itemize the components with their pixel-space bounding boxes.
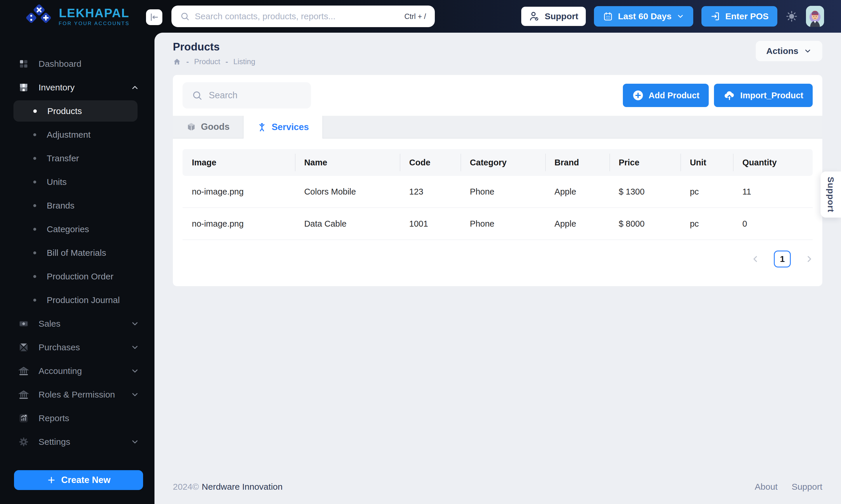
sidebar-subitem-label: Bill of Materials	[47, 248, 106, 258]
breadcrumb-item-product[interactable]: Product	[194, 57, 221, 66]
sidebar-subitem-bill-of-materials[interactable]: Bill of Materials	[0, 241, 154, 265]
brand-logo: LEKHAPAL FOR YOUR ACCOUNTS	[0, 4, 154, 29]
search-shortcut-hint: Ctrl + /	[405, 12, 426, 21]
create-new-button[interactable]: Create New	[14, 470, 143, 490]
date-range-label: Last 60 Days	[618, 11, 671, 21]
product-type-tabs: Goods Services	[173, 116, 822, 139]
sidebar-subitem-production-order[interactable]: Production Order	[0, 265, 154, 288]
date-range-button[interactable]: Last 60 Days	[594, 6, 693, 26]
sidebar-item-label: Sales	[38, 319, 61, 329]
avatar-illustration	[806, 6, 824, 27]
support-button[interactable]: Support	[521, 7, 586, 26]
column-header-quantity: Quantity	[733, 149, 813, 176]
add-product-button[interactable]: Add Product	[623, 84, 709, 107]
sidebar-subitem-units[interactable]: Units	[0, 170, 154, 194]
brand-name: LEKHAPAL	[59, 6, 130, 20]
sidebar-subitem-brands[interactable]: Brands	[0, 194, 154, 217]
sidebar-item-dashboard[interactable]: Dashboard	[0, 52, 154, 75]
sidebar-subitem-label: Brands	[47, 201, 74, 211]
calendar-icon	[603, 11, 613, 22]
table-header-row: Image Name Code Category Brand Price Uni…	[183, 149, 813, 176]
product-search-input[interactable]	[209, 90, 325, 101]
arrow-bar-left-icon	[149, 12, 159, 22]
footer-link-about[interactable]: About	[755, 482, 778, 492]
cell-price: $ 1300	[610, 176, 681, 208]
sidebar-subitem-transfer[interactable]: Transfer	[0, 146, 154, 170]
user-check-icon	[529, 11, 540, 22]
chevron-down-icon	[131, 367, 139, 375]
chart-report-icon	[18, 413, 29, 424]
logo-diamonds-icon	[25, 4, 53, 29]
cell-name: Data Cable	[295, 208, 400, 239]
bullet-icon	[33, 133, 36, 136]
chevron-left-icon	[751, 254, 760, 264]
footer-company: Nerdware Innovation	[202, 482, 283, 492]
sidebar-item-settings[interactable]: Settings	[0, 430, 154, 453]
search-icon	[180, 12, 190, 21]
page-footer: 2024© Nerdware Innovation About Support	[154, 482, 841, 504]
sidebar-item-inventory[interactable]: Inventory	[0, 75, 154, 99]
top-bar: LEKHAPAL FOR YOUR ACCOUNTS Ctrl + / Supp…	[0, 0, 841, 33]
footer-link-support[interactable]: Support	[792, 482, 822, 492]
table-row[interactable]: no-image.png Data Cable 1001 Phone Apple…	[183, 208, 813, 240]
cell-brand: Apple	[545, 208, 610, 239]
sidebar-item-sales[interactable]: Sales	[0, 312, 154, 336]
pagination-page-1[interactable]: 1	[774, 251, 791, 268]
sidebar-subitem-categories[interactable]: Categories	[0, 217, 154, 241]
sidebar-item-label: Accounting	[38, 366, 82, 376]
tab-goods[interactable]: Goods	[173, 116, 243, 138]
tab-services-label: Services	[272, 122, 309, 132]
cloud-upload-icon	[723, 89, 736, 102]
user-avatar[interactable]	[806, 6, 824, 27]
cube-icon	[186, 122, 196, 132]
bullet-icon	[33, 299, 36, 302]
column-header-brand: Brand	[545, 149, 610, 176]
enter-pos-label: Enter POS	[725, 11, 769, 21]
dashboard-grid-icon	[18, 58, 29, 69]
product-search	[183, 82, 311, 108]
tab-services[interactable]: Services	[243, 116, 323, 139]
cell-code: 123	[400, 176, 461, 208]
bullet-icon	[33, 228, 36, 231]
chevron-right-icon	[804, 254, 814, 264]
sidebar-item-label: Dashboard	[38, 59, 82, 69]
global-search: Ctrl + /	[171, 5, 435, 27]
products-card: Add Product Import_Product	[173, 75, 822, 286]
cell-category: Phone	[461, 208, 545, 239]
chevron-down-icon	[131, 343, 139, 352]
sidebar-item-accounting[interactable]: Accounting	[0, 359, 154, 383]
bank-icon	[18, 389, 29, 400]
person-icon	[257, 122, 267, 132]
chevron-down-icon	[131, 437, 139, 446]
storefront-icon	[18, 82, 29, 93]
chevron-down-icon	[804, 47, 812, 55]
enter-pos-button[interactable]: Enter POS	[701, 6, 777, 26]
sun-icon	[786, 10, 798, 22]
actions-label: Actions	[766, 46, 799, 56]
theme-toggle-button[interactable]	[786, 10, 798, 22]
breadcrumb-item-listing[interactable]: Listing	[233, 57, 255, 66]
pagination-prev-button[interactable]	[751, 254, 760, 264]
sidebar-collapse-button[interactable]	[146, 9, 162, 25]
breadcrumb: - Product - Listing	[173, 57, 255, 66]
sidebar-subitem-label: Units	[47, 177, 67, 187]
sidebar-item-purchases[interactable]: Purchases	[0, 336, 154, 359]
home-icon[interactable]	[173, 58, 181, 66]
sidebar-item-roles-permission[interactable]: Roles & Permission	[0, 383, 154, 406]
support-side-tab[interactable]: Support	[821, 172, 841, 218]
plus-icon	[47, 475, 56, 485]
sidebar-item-reports[interactable]: Reports	[0, 406, 154, 430]
pagination-next-button[interactable]	[804, 254, 814, 264]
column-header-price: Price	[610, 149, 681, 176]
table-row[interactable]: no-image.png Colors Mobile 123 Phone App…	[183, 176, 813, 208]
sidebar-subitem-adjustment[interactable]: Adjustment	[0, 123, 154, 146]
global-search-input[interactable]	[195, 11, 399, 21]
support-button-label: Support	[545, 11, 578, 21]
sidebar-subitem-products[interactable]: Products	[14, 100, 138, 122]
cell-quantity: 11	[733, 176, 813, 208]
actions-button[interactable]: Actions	[756, 41, 822, 61]
sidebar-subitem-production-journal[interactable]: Production Journal	[0, 288, 154, 312]
sidebar-subitem-label: Production Journal	[47, 295, 120, 305]
import-product-button[interactable]: Import_Product	[714, 84, 813, 107]
cell-category: Phone	[461, 176, 545, 208]
